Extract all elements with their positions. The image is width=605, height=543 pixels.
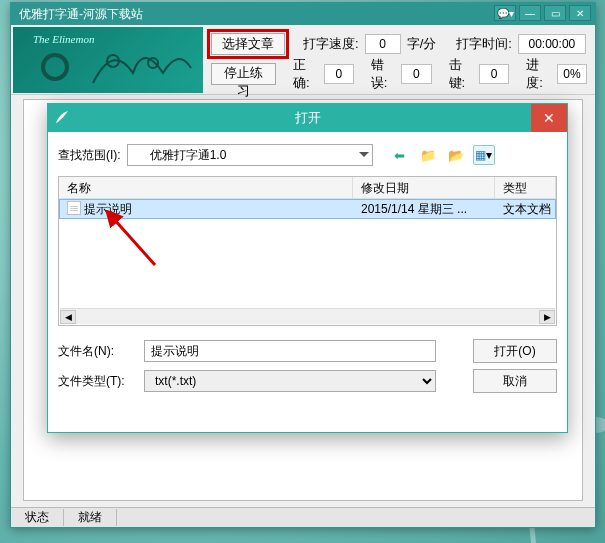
open-dialog: 打开 ✕ 查找范围(I): ⬅ 📁 📂 ▦▾ 名称 修改日期 类型 bbox=[47, 103, 568, 433]
svg-point-3 bbox=[148, 58, 158, 68]
back-icon[interactable]: ⬅ bbox=[389, 145, 411, 165]
file-name: 提示说明 bbox=[84, 202, 132, 216]
speed-label: 打字速度: bbox=[303, 35, 359, 53]
up-folder-icon[interactable]: 📁 bbox=[417, 145, 439, 165]
new-folder-icon[interactable]: 📂 bbox=[445, 145, 467, 165]
feather-icon bbox=[54, 109, 70, 125]
error-value: 0 bbox=[401, 64, 431, 84]
title-bar: 优雅打字通-河源下载站 💬▾ — ▭ ✕ bbox=[11, 3, 595, 25]
dialog-title: 打开 bbox=[295, 109, 321, 127]
close-button[interactable]: ✕ bbox=[569, 5, 591, 21]
progress-value: 0% bbox=[557, 64, 587, 84]
status-left: 状态 bbox=[11, 509, 64, 526]
file-list-header: 名称 修改日期 类型 bbox=[59, 177, 556, 199]
scope-value[interactable] bbox=[127, 144, 373, 166]
minimize-button[interactable]: — bbox=[519, 5, 541, 21]
app-title: 优雅打字通-河源下载站 bbox=[19, 6, 143, 23]
filetype-label: 文件类型(T): bbox=[58, 373, 134, 390]
speed-value: 0 bbox=[365, 34, 401, 54]
file-type: 文本文档 bbox=[495, 199, 556, 219]
status-bar: 状态 就绪 bbox=[11, 507, 595, 527]
scope-label: 查找范围(I): bbox=[58, 147, 121, 164]
col-name[interactable]: 名称 bbox=[59, 177, 353, 198]
file-date: 2015/1/14 星期三 ... bbox=[353, 199, 495, 219]
status-right: 就绪 bbox=[64, 509, 117, 526]
time-value: 00:00:00 bbox=[518, 34, 586, 54]
dialog-close-button[interactable]: ✕ bbox=[531, 104, 567, 132]
file-list[interactable]: 名称 修改日期 类型 提示说明 2015/1/14 星期三 ... 文本文档 ◀… bbox=[58, 176, 557, 326]
speed-unit: 字/分 bbox=[407, 35, 437, 53]
keystroke-label: 击键: bbox=[449, 56, 474, 92]
correct-value: 0 bbox=[324, 64, 354, 84]
horizontal-scrollbar[interactable]: ◀ ▶ bbox=[60, 308, 555, 324]
stop-practice-button[interactable]: 停止练习 bbox=[211, 63, 276, 85]
filename-input[interactable] bbox=[144, 340, 436, 362]
filetype-select[interactable]: txt(*.txt) bbox=[144, 370, 436, 392]
chevron-down-icon bbox=[359, 152, 369, 162]
keystroke-value: 0 bbox=[479, 64, 509, 84]
col-date[interactable]: 修改日期 bbox=[353, 177, 495, 198]
top-panel: 选择文章 打字速度: 0 字/分 打字时间: 00:00:00 停止练习 正确:… bbox=[11, 25, 595, 95]
error-label: 错误: bbox=[371, 56, 396, 92]
view-mode-icon[interactable]: ▦▾ bbox=[473, 145, 495, 165]
correct-label: 正确: bbox=[293, 56, 318, 92]
dialog-title-bar: 打开 ✕ bbox=[48, 104, 567, 132]
scope-combo[interactable] bbox=[127, 144, 373, 166]
time-label: 打字时间: bbox=[456, 35, 512, 53]
filename-label: 文件名(N): bbox=[58, 343, 134, 360]
logo-area bbox=[13, 27, 203, 93]
dropdown-button[interactable]: 💬▾ bbox=[494, 5, 516, 21]
cancel-button[interactable]: 取消 bbox=[473, 369, 557, 393]
file-row[interactable]: 提示说明 2015/1/14 星期三 ... 文本文档 bbox=[59, 199, 556, 219]
col-type[interactable]: 类型 bbox=[495, 177, 556, 198]
scroll-left-icon[interactable]: ◀ bbox=[60, 310, 76, 324]
scroll-right-icon[interactable]: ▶ bbox=[539, 310, 555, 324]
maximize-button[interactable]: ▭ bbox=[544, 5, 566, 21]
progress-label: 进度: bbox=[526, 56, 551, 92]
text-file-icon bbox=[67, 201, 81, 215]
open-button[interactable]: 打开(O) bbox=[473, 339, 557, 363]
select-article-button[interactable]: 选择文章 bbox=[211, 33, 285, 55]
